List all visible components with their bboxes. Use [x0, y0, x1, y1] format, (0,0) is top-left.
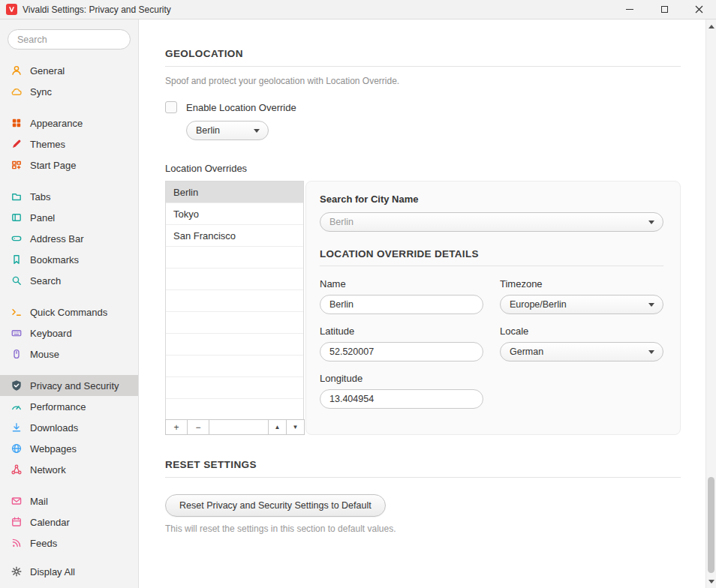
location-overrides-panel: BerlinTokyoSan Francisco + − ▲ ▼ Search … — [165, 181, 681, 435]
sidebar-group: TabsPanelAddress BarBookmarksSearch — [0, 186, 138, 291]
sidebar-item-label: Panel — [30, 212, 55, 224]
sidebar-group: MailCalendarFeeds — [0, 490, 138, 554]
privacy-icon — [11, 380, 23, 392]
city-search-label: Search for City Name — [320, 194, 663, 205]
sidebar-item-webpages[interactable]: Webpages — [0, 438, 138, 459]
sidebar-item-label: Mouse — [30, 349, 59, 360]
move-up-button[interactable]: ▲ — [268, 419, 287, 435]
sidebar-item-sync[interactable]: Sync — [0, 81, 138, 102]
chevron-down-icon — [648, 303, 654, 307]
mouse-icon — [11, 348, 23, 360]
name-input[interactable] — [320, 295, 483, 314]
bookmarks-icon — [11, 254, 23, 266]
sidebar-item-themes[interactable]: Themes — [0, 134, 138, 154]
titlebar: Vivaldi Settings: Privacy and Security — [0, 0, 716, 20]
sidebar-item-label: Display All — [30, 566, 75, 578]
add-override-button[interactable]: + — [165, 419, 188, 435]
sidebar-item-calendar[interactable]: Calendar — [0, 512, 138, 532]
scrollbar-thumb[interactable] — [708, 477, 714, 573]
location-overrides-list[interactable]: BerlinTokyoSan Francisco — [165, 181, 304, 420]
sidebar-item-downloads[interactable]: Downloads — [0, 417, 138, 438]
override-list-item[interactable]: Tokyo — [166, 203, 303, 225]
calendar-icon — [11, 516, 23, 528]
gear-icon — [11, 566, 23, 578]
timezone-select[interactable]: Europe/Berlin — [500, 295, 663, 314]
search-input[interactable] — [8, 29, 131, 50]
chevron-down-icon — [254, 129, 260, 133]
sidebar-item-feeds[interactable]: Feeds — [0, 532, 138, 554]
sidebar-item-start-page[interactable]: Start Page — [0, 154, 138, 176]
reset-settings-button[interactable]: Reset Privacy and Security Settings to D… — [165, 494, 386, 517]
select-value: Berlin — [196, 125, 220, 136]
sidebar-item-label: Privacy and Security — [30, 380, 119, 392]
chevron-down-icon — [708, 580, 714, 584]
city-search-select[interactable]: Berlin — [320, 212, 663, 232]
panel-icon — [11, 212, 23, 224]
sidebar-item-label: Bookmarks — [30, 254, 79, 266]
checkbox-box[interactable] — [165, 101, 177, 113]
divider — [165, 477, 681, 478]
name-label: Name — [320, 278, 483, 290]
reset-settings-section: RESET SETTINGS Reset Privacy and Securit… — [165, 459, 681, 534]
downloads-icon — [11, 422, 23, 434]
close-button[interactable] — [681, 0, 716, 19]
select-value: German — [510, 346, 543, 357]
sidebar-item-display-all[interactable]: Display All — [0, 564, 138, 579]
sidebar-item-label: Downloads — [30, 422, 78, 434]
sidebar-item-tabs[interactable]: Tabs — [0, 186, 138, 207]
sidebar-item-label: Mail — [30, 496, 48, 507]
minimize-button[interactable] — [612, 0, 647, 19]
enable-location-override-checkbox[interactable]: Enable Location Override — [165, 101, 681, 113]
quick-commands-icon — [11, 306, 23, 318]
sidebar-item-label: Tabs — [30, 191, 50, 202]
longitude-input[interactable] — [320, 389, 483, 409]
location-override-select[interactable]: Berlin — [186, 121, 269, 140]
checkbox-label: Enable Location Override — [186, 102, 296, 113]
sidebar-item-general[interactable]: General — [0, 60, 138, 81]
move-down-button[interactable]: ▼ — [286, 419, 305, 435]
network-icon — [11, 464, 23, 476]
sidebar-item-mail[interactable]: Mail — [0, 490, 138, 512]
locale-select[interactable]: German — [500, 342, 663, 362]
sidebar-item-search[interactable]: Search — [0, 270, 138, 291]
sidebar-item-mouse[interactable]: Mouse — [0, 344, 138, 364]
location-overrides-label: Location Overrides — [165, 163, 681, 174]
sidebar-item-label: Themes — [30, 139, 65, 150]
sidebar-group: GeneralSync — [0, 60, 138, 102]
sidebar-item-address-bar[interactable]: Address Bar — [0, 228, 138, 249]
scroll-down-button[interactable] — [706, 576, 716, 586]
locale-field-group: Locale German — [500, 326, 663, 362]
toolbar-spacer — [209, 419, 269, 435]
sidebar-item-quick-commands[interactable]: Quick Commands — [0, 302, 138, 322]
sidebar-item-label: Feeds — [30, 538, 57, 549]
geolocation-heading: GEOLOCATION — [165, 48, 681, 59]
sidebar-group: Quick CommandsKeyboardMouse — [0, 302, 138, 364]
sidebar-item-panel[interactable]: Panel — [0, 207, 138, 228]
select-value: Berlin — [329, 217, 353, 227]
name-field-group: Name — [320, 278, 483, 314]
sidebar-item-network[interactable]: Network — [0, 459, 138, 480]
maximize-button[interactable] — [647, 0, 681, 19]
sidebar-item-label: Search — [30, 275, 61, 286]
override-list-item[interactable]: Berlin — [166, 182, 303, 203]
timezone-field-group: Timezone Europe/Berlin — [500, 278, 663, 314]
scroll-up-button[interactable] — [706, 21, 716, 32]
override-list-empty-row — [166, 247, 303, 268]
sidebar-groups: GeneralSyncAppearanceThemesStart PageTab… — [0, 60, 138, 564]
sidebar-item-label: Quick Commands — [30, 307, 107, 318]
themes-icon — [11, 138, 23, 150]
sidebar-item-keyboard[interactable]: Keyboard — [0, 322, 138, 344]
sidebar-item-performance[interactable]: Performance — [0, 396, 138, 417]
maximize-icon — [661, 6, 668, 13]
vivaldi-settings-window: Vivaldi Settings: Privacy and Security G… — [0, 0, 716, 588]
sidebar-item-appearance[interactable]: Appearance — [0, 112, 138, 134]
sidebar-item-label: Network — [30, 464, 66, 476]
sidebar-item-bookmarks[interactable]: Bookmarks — [0, 249, 138, 270]
override-list-item[interactable]: San Francisco — [166, 225, 303, 247]
sidebar-item-privacy-and-security[interactable]: Privacy and Security — [0, 375, 138, 396]
remove-override-button[interactable]: − — [187, 419, 209, 435]
settings-content: GEOLOCATION Spoof and protect your geolo… — [139, 20, 705, 588]
override-details-heading: LOCATION OVERRIDE DETAILS — [320, 248, 663, 260]
latitude-input[interactable] — [320, 342, 483, 362]
scrollbar[interactable] — [705, 20, 716, 588]
